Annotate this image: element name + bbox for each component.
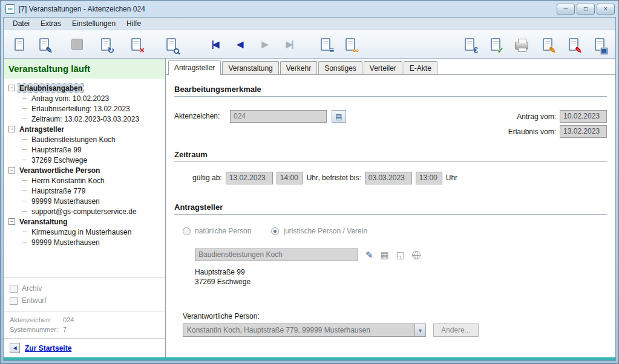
tree-item-herrn-konstantin-koch[interactable]: Herrn Konstantin Koch: [7, 175, 163, 186]
first-record-button[interactable]: |◀: [205, 33, 224, 55]
edit-document-button[interactable]: ✎: [34, 33, 54, 55]
window-controls: ─ □ ×: [557, 4, 615, 15]
refresh-document-icon: ↻: [101, 38, 111, 51]
fees-document-button[interactable]: €: [460, 33, 479, 55]
tree-item-99999-musterhausen[interactable]: 99999 Musterhausen: [7, 237, 163, 247]
tree-item-kirmesumzug-in-musterhausen[interactable]: Kirmesumzug in Musterhausen: [7, 227, 163, 237]
erlaubnis-vom-field[interactable]: 13.02.2023: [560, 125, 607, 138]
tab-sonstiges[interactable]: Sonstiges: [318, 61, 362, 74]
home-link[interactable]: Zur Startseite: [25, 344, 71, 353]
tree-item-antragsteller[interactable]: −Antragsteller: [7, 124, 163, 134]
window-icon[interactable]: ◱: [396, 250, 405, 259]
record-detail-button[interactable]: ▤: [332, 110, 346, 123]
close-icon: ×: [604, 5, 608, 12]
responsible-person-row: Konstantin Koch, Hauptstraße 779, 99999 …: [183, 323, 607, 337]
tree-item-99999-musterhausen[interactable]: 99999 Musterhausen: [7, 196, 163, 206]
globe-icon[interactable]: [412, 251, 421, 259]
save-icon: [71, 39, 83, 50]
archiv-checkbox[interactable]: [10, 285, 18, 293]
edit-address-icon[interactable]: ✎: [365, 250, 373, 259]
tree-item-37269-eschwege[interactable]: 37269 Eschwege: [7, 155, 163, 165]
applicant-name-input[interactable]: Baudienstleistungen Koch: [195, 249, 358, 261]
applicant-street: Hauptstraße 99: [195, 267, 607, 277]
tree-connector: [22, 180, 27, 181]
close-button[interactable]: ×: [597, 4, 615, 15]
tab-verkehr[interactable]: Verkehr: [280, 61, 317, 74]
dropdown-icon[interactable]: ▾: [414, 324, 425, 336]
window-body: DateiExtrasEinstellungenHilfe ✎↻×|◀◀▶▶|≡…: [3, 17, 616, 361]
find-document-button[interactable]: [162, 33, 181, 55]
collapse-icon[interactable]: −: [8, 218, 15, 225]
save-button[interactable]: [67, 33, 87, 55]
tree-item-antrag-vom-10-02-2023[interactable]: Antrag vom: 10.02.2023: [7, 93, 163, 103]
tab-e-akte[interactable]: E-Akte: [404, 61, 437, 74]
tree-item-label: Erlaubnisangaben: [18, 84, 84, 93]
entwurf-checkbox[interactable]: [10, 297, 18, 305]
responsible-person-label: Verantwortliche Person:: [183, 312, 607, 320]
last-record-icon: ▶|: [286, 40, 293, 48]
delete-document-button[interactable]: ×: [126, 33, 146, 55]
first-record-icon: |◀: [212, 40, 218, 48]
natural-person-radio[interactable]: [183, 227, 191, 235]
back-button[interactable]: ◀: [10, 343, 20, 353]
menu-item-hilfe[interactable]: Hilfe: [121, 18, 146, 29]
tree-item-label: 99999 Musterhausen: [30, 197, 101, 206]
collapse-icon[interactable]: −: [8, 85, 15, 91]
print-button[interactable]: [512, 33, 531, 55]
read-view-button[interactable]: ∞: [341, 33, 360, 55]
befristet-bis-label: Uhr, befristet bis:: [307, 172, 361, 184]
tree-connector: [22, 211, 27, 212]
tree-item-hauptstra-e-99[interactable]: Hauptstraße 99: [7, 145, 163, 155]
last-record-button[interactable]: ▶|: [280, 33, 299, 55]
note-document-button[interactable]: ✎: [538, 33, 557, 55]
befristet-time-field[interactable]: 13:00: [416, 172, 442, 184]
menu-item-datei[interactable]: Datei: [7, 18, 35, 29]
tree-item-veranstaltung[interactable]: −Veranstaltung: [7, 216, 163, 227]
card-icon[interactable]: ▦: [381, 250, 389, 259]
befristet-date-field[interactable]: 03.03.2023: [365, 172, 412, 184]
collapse-icon[interactable]: −: [8, 126, 15, 132]
antrag-vom-field[interactable]: 10.02.2023: [560, 110, 607, 123]
menu-item-einstellungen[interactable]: Einstellungen: [67, 18, 121, 29]
copy-document-button[interactable]: ▣: [590, 33, 609, 55]
collapse-icon[interactable]: −: [8, 167, 15, 174]
app-window: ∞ [7] Veranstaltungen - Aktenzeichen 024…: [0, 0, 619, 364]
tree-item-baudienstleistungen-koch[interactable]: Baudienstleistungen Koch: [7, 134, 163, 145]
tree-item-zeitraum-13-02-2023-03-03-2023[interactable]: Zeitraum: 13.02.2023-03.03.2023: [7, 114, 163, 124]
maximize-button[interactable]: □: [577, 4, 595, 15]
new-document-button[interactable]: [10, 33, 29, 55]
next-record-button[interactable]: ▶: [255, 33, 274, 55]
responsible-person-select[interactable]: Konstantin Koch, Hauptstraße 779, 99999 …: [183, 323, 426, 337]
tree-item-verantwortliche-person[interactable]: −Verantwortliche Person: [7, 165, 163, 175]
aktenzeichen-input[interactable]: 024: [230, 110, 327, 123]
tree-connector: [22, 242, 27, 242]
fees-document-icon: €: [465, 38, 474, 51]
tab-verteiler[interactable]: Verteiler: [364, 61, 402, 74]
record-list-button[interactable]: ≡: [316, 33, 335, 55]
sign-document-button[interactable]: ✎: [564, 33, 583, 55]
record-list-glyph: ≡: [329, 46, 334, 54]
andere-button[interactable]: Andere...: [433, 323, 479, 337]
gueltig-ab-date-field[interactable]: 13.02.2023: [226, 172, 273, 184]
refresh-document-glyph: ↻: [107, 46, 114, 54]
legal-person-radio[interactable]: [271, 227, 279, 235]
minimize-button[interactable]: ─: [557, 4, 575, 15]
delete-document-icon: ×: [131, 38, 141, 51]
previous-record-button[interactable]: ◀: [230, 33, 249, 55]
zeitraum-row: gültig ab: 13.02.2023 14:00 Uhr, befrist…: [192, 172, 607, 184]
tab-veranstaltung[interactable]: Veranstaltung: [222, 61, 278, 74]
gueltig-ab-time-field[interactable]: 14:00: [277, 172, 303, 184]
tab-antragsteller[interactable]: Antragsteller: [168, 60, 221, 75]
tree-item-erlaubniserteilung-13-02-2023[interactable]: Erlaubniserteilung: 13.02.2023: [7, 103, 163, 114]
person-type-row: natürliche Person juristische Person / V…: [183, 227, 607, 235]
status-banner: Veranstaltung läuft: [4, 59, 165, 79]
copy-document-glyph: ▣: [600, 46, 608, 54]
tree-item-erlaubnisangaben[interactable]: −Erlaubnisangaben: [7, 83, 163, 93]
refresh-document-button[interactable]: ↻: [96, 33, 116, 55]
tree-item-hauptstra-e-779[interactable]: Hauptstraße 779: [7, 186, 163, 196]
tree-connector: [22, 139, 27, 140]
title-bar: ∞ [7] Veranstaltungen - Aktenzeichen 024…: [1, 1, 618, 17]
approve-document-button[interactable]: ✓: [486, 33, 505, 55]
menu-item-extras[interactable]: Extras: [35, 18, 67, 29]
tree-item-support-gs-computerservice-de[interactable]: support@gs-computerservice.de: [7, 206, 163, 216]
